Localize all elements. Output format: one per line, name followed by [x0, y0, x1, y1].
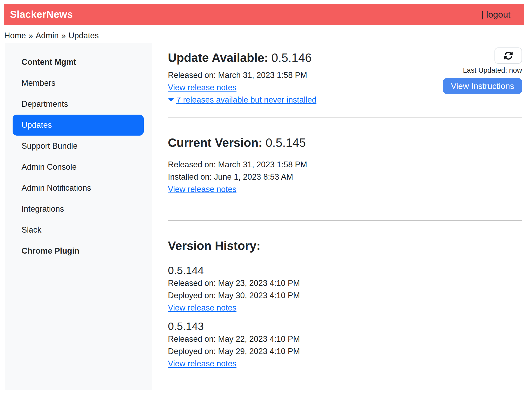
breadcrumb-updates: Updates [68, 31, 99, 40]
version-history-entry: 0.5.143 Released on: May 22, 2023 4:10 P… [168, 320, 522, 370]
sidebar-item-admin-console[interactable]: Admin Console [13, 157, 144, 178]
sidebar-item-chrome-plugin[interactable]: Chrome Plugin [13, 240, 144, 261]
breadcrumb-separator: » [61, 31, 66, 40]
arrows-rotate-icon [504, 51, 513, 60]
update-tools: Last Updated: now View Instructions [443, 47, 522, 94]
sidebar-item-integrations[interactable]: Integrations [13, 199, 144, 220]
sidebar-item-members[interactable]: Members [13, 73, 144, 94]
app-header: SlackerNews | logout [4, 4, 524, 25]
caret-down-icon [168, 98, 174, 102]
admin-sidebar: Content Mgmt Members Departments Updates… [5, 43, 152, 390]
breadcrumb-home[interactable]: Home [4, 31, 26, 40]
current-version-label: Current Version: [168, 136, 262, 149]
history-version-number: 0.5.144 [168, 264, 522, 277]
sidebar-item-admin-notifications[interactable]: Admin Notifications [13, 178, 144, 199]
update-available-version: 0.5.146 [272, 51, 312, 65]
current-version-heading: Current Version:0.5.145 [168, 136, 522, 150]
current-installed-on: Installed on: June 1, 2023 8:53 AM [168, 171, 522, 183]
sidebar-item-content-mgmt[interactable]: Content Mgmt [13, 52, 144, 73]
view-instructions-button[interactable]: View Instructions [443, 78, 522, 94]
history-release-notes-link[interactable]: View release notes [168, 302, 236, 314]
sidebar-item-departments[interactable]: Departments [13, 94, 144, 115]
logout-link[interactable]: | logout [481, 9, 510, 20]
last-updated-label: Last Updated: now [463, 66, 522, 74]
current-version-number: 0.5.145 [265, 136, 306, 149]
sidebar-item-slack[interactable]: Slack [13, 220, 144, 240]
history-version-number: 0.5.143 [168, 320, 522, 333]
updates-content: Last Updated: now View Instructions Upda… [168, 43, 522, 370]
history-released-on: Released on: May 23, 2023 4:10 PM [168, 277, 522, 289]
never-installed-releases-link[interactable]: 7 releases available but never installed [176, 94, 316, 106]
divider [168, 220, 522, 221]
history-deployed-on: Deployed on: May 29, 2023 4:10 PM [168, 345, 522, 357]
update-available-label: Update Available: [168, 51, 268, 65]
breadcrumb-separator: » [29, 31, 33, 40]
app-title: SlackerNews [10, 9, 73, 20]
sidebar-item-updates[interactable]: Updates [13, 115, 144, 136]
version-history-heading: Version History: [168, 239, 522, 253]
current-released-on: Released on: March 31, 2023 1:58 PM [168, 158, 522, 171]
breadcrumb-admin[interactable]: Admin [36, 31, 59, 40]
current-release-notes-link[interactable]: View release notes [168, 183, 236, 195]
sidebar-item-support-bundle[interactable]: Support Bundle [13, 136, 144, 157]
update-release-notes-link[interactable]: View release notes [168, 81, 236, 94]
history-release-notes-link[interactable]: View release notes [168, 357, 236, 370]
history-released-on: Released on: May 22, 2023 4:10 PM [168, 333, 522, 345]
version-history-entry: 0.5.144 Released on: May 23, 2023 4:10 P… [168, 264, 522, 314]
refresh-button[interactable] [494, 47, 522, 64]
breadcrumb: Home»Admin»Updates [4, 31, 102, 40]
divider [168, 117, 522, 118]
history-deployed-on: Deployed on: May 30, 2023 4:10 PM [168, 289, 522, 302]
